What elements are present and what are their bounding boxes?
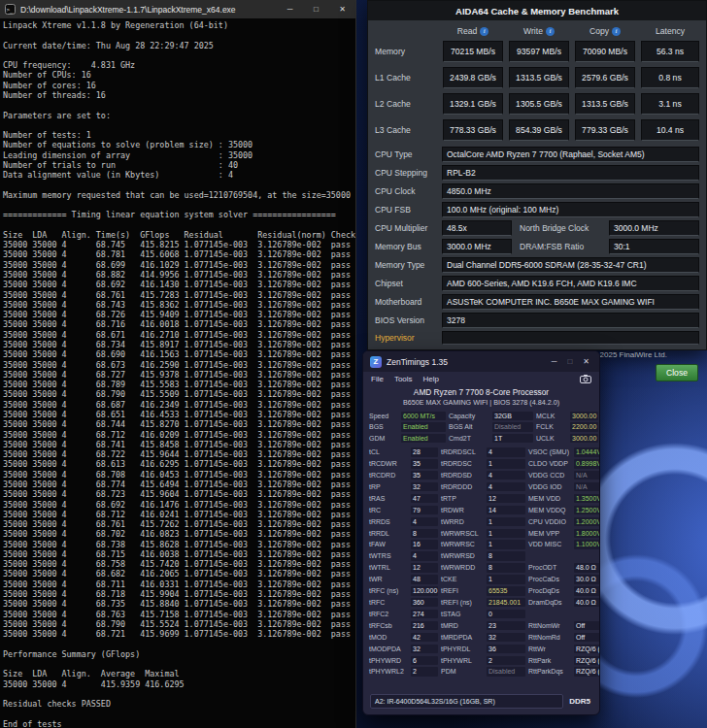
zt-label-blank	[528, 551, 571, 560]
zt-label: VDD MISC	[528, 540, 571, 548]
zt-value: 4	[487, 471, 525, 480]
screenshot-camera-icon[interactable]	[580, 375, 591, 383]
zt-value: 4	[411, 551, 438, 560]
bench-header-write: Writei	[509, 26, 569, 36]
zt-label: tRFCsb	[369, 621, 408, 630]
zt-value: RZQ/6 (40)	[574, 667, 600, 676]
info-row: CPU SteppingRPL-B2	[375, 165, 699, 181]
zt-label: tWR	[369, 575, 408, 583]
zt-label: tPHYWRL	[441, 656, 484, 665]
aida64-benchmark-window: AIDA64 Cache & Memory Benchmark ReadiWri…	[367, 0, 707, 350]
zt-value: 8	[411, 529, 438, 538]
zentimings-window: Z ZenTimings 1.35 ─ □ ✕ File Tools Help …	[362, 350, 600, 715]
console-titlebar[interactable]: >_ D:\download\LinpackXtreme-1.1.7\Linpa…	[0, 0, 355, 18]
zt-value: 0	[487, 610, 525, 618]
bench-value-cell: 10.4 ns	[641, 119, 699, 141]
zt-label: DramDqDs	[528, 598, 571, 607]
zt-label: tCKE	[441, 575, 484, 583]
info-value-2: 3000.0 MHz	[609, 220, 699, 236]
zt-label: tRCDWR	[369, 459, 408, 468]
aida64-titlebar[interactable]: AIDA64 Cache & Memory Benchmark	[368, 1, 706, 20]
zt-label: CLDO VDDP	[528, 459, 571, 468]
zt-value: 23	[487, 621, 525, 630]
bench-value-cell: 1305.5 GB/s	[509, 93, 569, 115]
zt-value: 1	[487, 575, 525, 583]
zt-value: 8	[487, 551, 525, 560]
bench-value-cell: 56.3 ns	[641, 41, 699, 62]
info-row: CPU Clock4850.0 MHz	[375, 183, 699, 199]
bench-grid: ReadiWriteiCopyiLatencyMemory70215 MB/s9…	[375, 26, 699, 141]
info-label: CPU FSB	[375, 205, 437, 215]
motherboard-bios: B650E MAX GAMING WIFI | BIOS 3278 (4.84.…	[363, 398, 599, 407]
zt-value: 120.000	[411, 586, 438, 595]
zt-value: 8	[487, 563, 525, 572]
zt-label: tRFC2	[369, 610, 408, 618]
memory-standard-label: DDR5	[569, 697, 592, 706]
zt-label: tCL	[369, 447, 408, 456]
zt-value-blank	[574, 551, 600, 560]
zt-value: 2200.00	[570, 422, 598, 431]
zt-label: ProcODT	[528, 563, 571, 572]
zt-label: ProcCaDs	[528, 575, 571, 583]
zt-value: 32	[411, 645, 438, 653]
bench-row-label: Memory	[375, 47, 437, 56]
zt-value: 3000.00	[570, 412, 598, 420]
close-button[interactable]: Close	[656, 364, 698, 381]
bench-value-cell: 779.33 GB/s	[575, 119, 635, 141]
memory-module-select[interactable]: A2: IR-6400D564L32S/16G (16GB, SR)	[370, 694, 563, 709]
zt-value: 16	[411, 540, 438, 548]
zt-label: tRDRDDD	[441, 482, 484, 491]
menu-tools[interactable]: Tools	[394, 375, 413, 383]
minimize-icon[interactable]: ─	[277, 0, 303, 18]
zt-value: N/A	[574, 482, 600, 491]
menu-help[interactable]: Help	[423, 375, 439, 383]
zt-value: 4	[487, 482, 525, 491]
zt-bottom-bar: A2: IR-6400D564L32S/16G (16GB, SR) DDR5	[363, 691, 599, 714]
bench-header-label: Copy	[589, 26, 609, 36]
zt-label: tWRWRDD	[441, 563, 484, 572]
zt-label: tFAW	[369, 540, 408, 548]
info-value: ASUSTeK COMPUTER INC. B650E MAX GAMING W…	[442, 294, 699, 310]
zt-maximize-icon[interactable]: □	[567, 357, 572, 366]
info-label: CPU Type	[375, 149, 437, 159]
zt-value: 21845.001	[487, 598, 525, 607]
info-icon[interactable]: i	[546, 27, 555, 36]
zt-close-icon[interactable]: ✕	[583, 357, 589, 366]
memory-module-label: A2: IR-6400D564L32S/16G (16GB, SR)	[375, 698, 495, 705]
info-row: CPU Multiplier48.5xNorth Bridge Clock300…	[375, 220, 699, 236]
zt-label: GDM	[369, 434, 398, 443]
info-icon[interactable]: i	[612, 27, 621, 36]
zt-value: 32GB	[492, 412, 533, 420]
bench-header-latency: Latency	[641, 26, 699, 36]
zentimings-window-title: ZenTimings 1.35	[387, 357, 547, 367]
info-icon[interactable]: i	[480, 27, 488, 36]
zt-value: Disabled	[492, 422, 533, 431]
info-value: AMD 600-Series, AMD K19.6 FCH, AMD K19.6…	[442, 276, 699, 291]
menu-file[interactable]: File	[371, 375, 384, 383]
zt-value: Enabled	[401, 434, 446, 443]
zt-value: RZQ/6 (40)	[574, 656, 600, 665]
console-text[interactable]: Linpack Xtreme v1.1.8 by Regeneration (6…	[0, 18, 355, 728]
zt-value: 36	[487, 645, 525, 653]
zt-label: VDDG CCD	[528, 471, 571, 480]
info-label: BIOS Version	[375, 315, 437, 325]
close-icon[interactable]: ✕	[329, 0, 355, 18]
info-value: RPL-B2	[442, 165, 699, 181]
info-value-2: 30:1	[609, 239, 699, 254]
maximize-icon[interactable]: □	[303, 0, 329, 18]
zt-value: Off	[574, 633, 600, 642]
zt-value: 1.8000V	[574, 529, 600, 538]
bench-value-cell: 1313.5 GB/s	[509, 67, 569, 88]
info-label: CPU Stepping	[375, 168, 437, 178]
info-label: CPU Multiplier	[375, 223, 437, 233]
info-label: Hypervisor	[375, 333, 437, 343]
zt-label: tREFI (ns)	[441, 598, 484, 607]
zt-label: RttParkDqs	[528, 667, 571, 676]
zt-value: 35	[411, 471, 438, 480]
zt-label: FCLK	[536, 422, 567, 431]
zt-value: N/A	[574, 471, 600, 480]
zt-minimize-icon[interactable]: ─	[552, 357, 557, 366]
zt-label: tRP	[369, 482, 408, 491]
zentimings-titlebar[interactable]: Z ZenTimings 1.35 ─ □ ✕	[363, 351, 599, 372]
console-window-controls: ─ □ ✕	[277, 0, 355, 18]
